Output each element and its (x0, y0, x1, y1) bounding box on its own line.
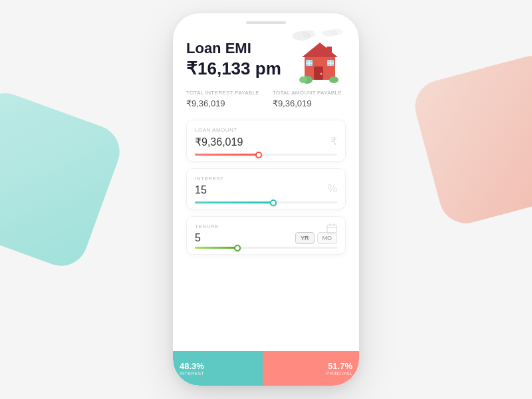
total-interest-label: Total Interest Payable (186, 90, 259, 96)
total-interest-value: ₹9,36,019 (186, 98, 225, 108)
loan-amount-value: ₹9,36,019 (195, 136, 337, 148)
principal-label: INTEREST (180, 371, 256, 376)
tenure-yr-button[interactable]: YR (295, 232, 315, 244)
svg-point-16 (299, 76, 307, 83)
tenure-slider-track[interactable] (195, 247, 337, 249)
interest-field[interactable]: INTEREST 15 % (186, 168, 346, 209)
bg-decoration-teal (0, 86, 127, 273)
svg-marker-5 (302, 43, 338, 57)
tenure-slider-thumb[interactable] (234, 245, 241, 251)
interest-pct: 51.7% (328, 361, 352, 371)
progress-bar-container: 48.3% INTEREST 51.7% PRINCIPAL (173, 351, 359, 386)
loan-slider-fill (195, 154, 259, 156)
interest-slider-track[interactable] (195, 201, 337, 203)
house-illustration (290, 27, 350, 86)
svg-point-7 (321, 73, 323, 75)
svg-rect-18 (327, 225, 336, 233)
tenure-field[interactable]: TENURE 5 YR MO (186, 216, 346, 255)
interest-label: INTEREST (195, 176, 337, 182)
principal-pct: 48.3% (180, 361, 256, 371)
loan-slider-thumb[interactable] (255, 152, 262, 158)
interest-label: PRINCIPAL (327, 371, 352, 376)
svg-rect-14 (327, 47, 332, 56)
total-amount: Total Amount Payable ₹9,36,019 (273, 90, 342, 109)
tenure-slider-fill (195, 247, 237, 249)
interest-slider-thumb[interactable] (270, 200, 277, 206)
interest-slider-fill (195, 201, 273, 203)
svg-point-17 (329, 76, 338, 83)
notch-bar (246, 21, 286, 24)
principal-bar: 48.3% INTEREST (173, 351, 263, 386)
svg-point-1 (302, 30, 315, 38)
tenure-controls: 5 YR MO (195, 232, 337, 244)
tenure-value: 5 (195, 232, 293, 244)
phone-frame: Loan EMI ₹16,133 pm Total Interest Payab… (173, 13, 359, 386)
percent-icon: % (328, 183, 337, 195)
interest-bar: 51.7% PRINCIPAL (263, 351, 359, 386)
svg-point-3 (331, 29, 342, 35)
interest-value: 15 (195, 184, 337, 196)
loan-amount-field[interactable]: LOAN AMOUNT ₹9,36,019 ₹ (186, 120, 346, 162)
loan-slider-track[interactable] (195, 154, 337, 156)
summary-row: Total Interest Payable ₹9,36,019 Total A… (186, 90, 346, 109)
phone-notch (173, 13, 359, 28)
rupee-icon: ₹ (331, 134, 337, 147)
bg-decoration-peach (409, 50, 532, 229)
loan-amount-label: LOAN AMOUNT (195, 127, 337, 133)
total-amount-label: Total Amount Payable (273, 90, 342, 96)
total-amount-value: ₹9,36,019 (273, 98, 312, 108)
tenure-label: TENURE (195, 223, 337, 229)
total-interest: Total Interest Payable ₹9,36,019 (186, 90, 259, 109)
